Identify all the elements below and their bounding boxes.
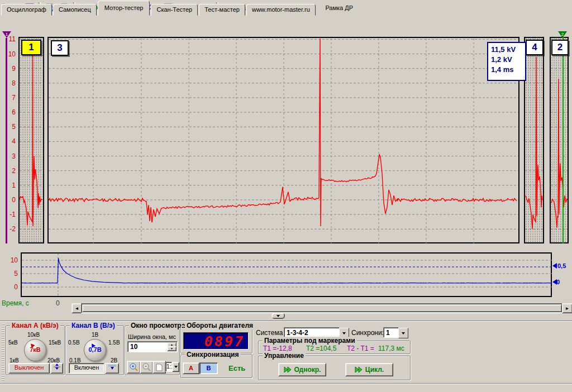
- rpm-group: Обороты двигателя 0897: [180, 326, 252, 353]
- scope-y-tick: 7: [1, 94, 16, 102]
- timeline-y-tick: 5: [8, 270, 18, 278]
- play-all-icon: [355, 366, 363, 373]
- rpm-title: Обороты двигателя: [185, 322, 255, 329]
- tab-www.motor-master.ru[interactable]: www.motor-master.ru: [246, 4, 316, 16]
- new-page-button[interactable]: [152, 361, 166, 374]
- sync-status: Есть: [228, 364, 245, 372]
- channel-b-knob[interactable]: 0,7В: [84, 339, 106, 361]
- cylinder-panel-1[interactable]: [18, 37, 44, 243]
- play-all-icon: [284, 366, 292, 373]
- readout-kv-burn: 1,2 kV: [491, 55, 522, 65]
- single-run-button[interactable]: Однокр.: [278, 363, 326, 376]
- scope-y-tick: 2: [1, 167, 16, 175]
- zoom-in-button[interactable]: [127, 361, 140, 374]
- scope-area: 1 2 11109876543210-1-2 1 3 4 2 11,5 kV 1…: [0, 31, 572, 252]
- measurement-readout: 11,5 kV 1,2 kV 1,4 ms: [487, 42, 526, 81]
- scope-y-tick: 4: [1, 137, 16, 145]
- tab-тест-мастер[interactable]: Тест-мастер: [199, 4, 245, 16]
- menu-item-2[interactable]: Рамка ДР: [320, 3, 359, 13]
- management-title: Управление: [263, 352, 306, 360]
- panel-grip[interactable]: [2, 324, 4, 381]
- scope-y-tick: -1: [1, 211, 16, 218]
- sync-channel-select[interactable]: 1: [383, 327, 399, 338]
- channel-a-group: Канал А (кВ/э) 10кВ 5кВ 15кВ 1кВ 20кВ 7к…: [6, 326, 65, 375]
- management-group: Управление Однокр. Цикл.: [258, 356, 411, 380]
- zoom-out-button[interactable]: [140, 361, 153, 374]
- timeline-y-tick: 0: [8, 283, 18, 291]
- cylinder-panel-4[interactable]: [524, 37, 544, 243]
- spin-down-button[interactable]: ▼: [167, 346, 177, 351]
- scope-y-tick: -2: [1, 225, 16, 233]
- marker-1-line[interactable]: [6, 38, 7, 243]
- system-label: Система: [256, 329, 283, 337]
- window-width-label: Ширина окна, мс: [128, 333, 176, 340]
- channel-a-value: 7кВ: [25, 346, 46, 353]
- channel-a-scale-15: 15кВ: [49, 340, 61, 346]
- timeline-box[interactable]: [21, 252, 552, 297]
- channel-b-value: 0,7В: [84, 346, 106, 353]
- readout-kv-max: 11,5 kV: [491, 45, 522, 55]
- sync-channel-label: Синхрониз.: [351, 329, 387, 337]
- trigger-level-marker[interactable]: [550, 263, 557, 269]
- cylinder-panel-2[interactable]: [550, 37, 569, 243]
- window-width-input[interactable]: 10 ▲ ▼: [127, 341, 178, 352]
- view-window-title: Окно просмотра: [129, 322, 187, 329]
- status-strip: [0, 384, 572, 392]
- tab-скан-тестер[interactable]: Скан-Тестер: [151, 4, 198, 16]
- marker-2-line[interactable]: [563, 37, 564, 243]
- control-panel: Канал А (кВ/э) 10кВ 5кВ 15кВ 1кВ 20кВ 7к…: [0, 322, 572, 383]
- cycle-run-button[interactable]: Цикл.: [345, 363, 393, 376]
- sync-group: Синхронизация А В Есть: [180, 355, 252, 378]
- channel-b-position-button[interactable]: [105, 363, 119, 374]
- scrollbar-thumb[interactable]: [82, 304, 562, 312]
- marker-2-flag[interactable]: 2: [558, 31, 567, 38]
- cylinder-label-1[interactable]: 1: [21, 40, 41, 55]
- trigger-level-value: 0,5: [557, 262, 566, 269]
- channel-a-state-button[interactable]: Выключен: [8, 363, 50, 374]
- channel-b-title: Канал В (В/э): [70, 322, 117, 329]
- sync-channel-select-arrow[interactable]: [398, 328, 408, 338]
- scope-y-tick: 6: [1, 108, 16, 116]
- scope-y-tick: 0: [1, 196, 16, 204]
- tab-мотор-тестер[interactable]: Мотор-тестер: [98, 1, 150, 16]
- window-width-value: 10: [130, 343, 137, 351]
- channel-a-title: Канал А (кВ/э): [10, 322, 60, 329]
- tab-осциллограф[interactable]: Осциллограф: [1, 4, 52, 16]
- channel-a-knob[interactable]: 7кВ: [24, 339, 46, 361]
- marker-1-flag[interactable]: 1: [2, 31, 11, 38]
- scope-y-tick: 10: [1, 50, 16, 58]
- channel-a-scale-5: 5кВ: [8, 340, 18, 346]
- scope-y-tick: 5: [1, 123, 16, 131]
- cylinder-label-4[interactable]: 4: [526, 40, 544, 55]
- scope-y-tick: 1: [1, 181, 16, 189]
- sync-channel-a-button[interactable]: А: [183, 362, 199, 374]
- cylinder-panel-3[interactable]: [47, 37, 519, 243]
- sync-title: Синхронизация: [185, 351, 241, 358]
- channel-a-position-button[interactable]: [50, 363, 63, 374]
- cylinder-label-3[interactable]: 3: [51, 40, 69, 56]
- scope-y-tick: 8: [1, 79, 16, 87]
- t2-value: T2 =104,5: [306, 345, 336, 352]
- readout-burn-time: 1,4 ms: [491, 65, 522, 75]
- zoom-ratio-dropdown[interactable]: [172, 362, 179, 372]
- marker-params-title: Параметры под маркерами: [263, 337, 357, 345]
- view-window-group: Окно просмотра Ширина окна, мс 10 ▲ ▼ 1:…: [125, 326, 180, 375]
- channel-b-scale-1: 1В: [92, 332, 98, 338]
- dt-value: 117,3 мс: [378, 345, 404, 352]
- scrollbar-track[interactable]: [81, 303, 563, 313]
- tab-самописец[interactable]: Самописец: [53, 4, 97, 16]
- scope-y-tick: 9: [1, 65, 16, 73]
- rpm-display: 0897: [183, 332, 249, 350]
- channel-a-scale-10: 10кВ: [27, 332, 40, 338]
- collapse-handle[interactable]: [271, 313, 285, 319]
- cylinder-label-2[interactable]: 2: [551, 40, 569, 55]
- time-axis-label: Время, с: [2, 299, 29, 307]
- timeline-y-tick: 10: [8, 256, 18, 264]
- sync-channel-b-button[interactable]: В: [199, 362, 218, 374]
- scope-y-tick: 3: [1, 152, 16, 160]
- time-axis-tick: 0: [56, 299, 60, 307]
- t1-value: T1 =-12,8: [263, 345, 292, 352]
- dt-label: T2 - T1 =: [347, 345, 374, 352]
- scrollbar-right-arrow[interactable]: ►: [562, 303, 572, 313]
- channel-b-state-button[interactable]: Включен: [69, 363, 104, 374]
